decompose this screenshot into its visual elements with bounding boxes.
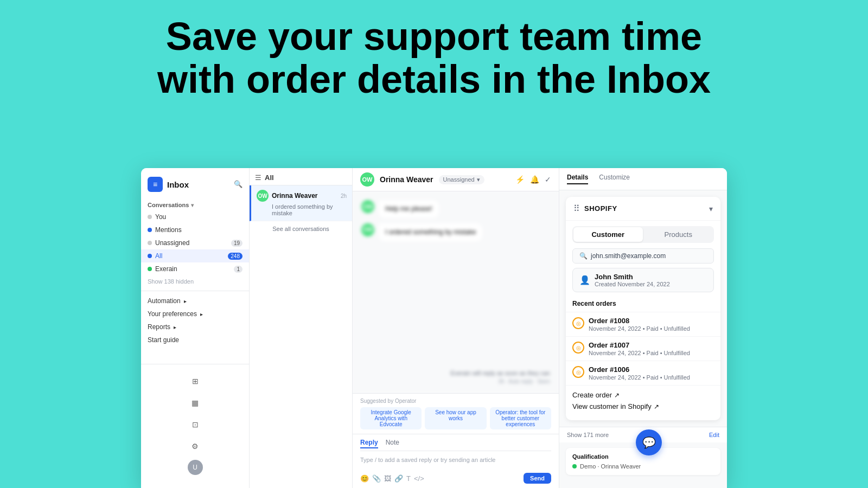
chip-3[interactable]: Operator: the tool for better customer e… <box>490 407 551 429</box>
tab-details[interactable]: Details <box>567 174 588 184</box>
reply-input[interactable]: Type / to add a saved reply or try sendi… <box>360 454 551 470</box>
image-icon[interactable]: 🖼 <box>384 474 391 483</box>
shopify-tab-customer[interactable]: Customer <box>573 227 643 242</box>
chat-main: OW Orinna Weaver Unassigned ▾ ⚡ 🔔 ✓ OW H… <box>353 168 559 488</box>
order-item-1008[interactable]: ◎ Order #1008 November 24, 2022 • Paid •… <box>566 312 720 336</box>
auto-reply-section: Exerain will reply as soon as they can 3… <box>361 348 550 384</box>
customer-created: Created November 24, 2022 <box>595 281 670 287</box>
chevron-down-icon[interactable]: ▾ <box>709 204 713 213</box>
sidebar-item-unassigned[interactable]: Unassigned 19 <box>141 236 249 249</box>
msg-avatar: OW <box>361 200 374 213</box>
conversations-section-label: Conversations ▾ <box>141 196 249 210</box>
external-link-icon: ↗ <box>654 403 659 410</box>
conv-avatar: OW <box>257 190 269 202</box>
chip-1[interactable]: Integrate Google Analytics with Edvocate <box>360 407 422 429</box>
suggested-label: Suggested by Operator <box>360 398 551 404</box>
chat-header-actions: ⚡ 🔔 ✓ <box>515 175 551 184</box>
link-icon[interactable]: 🔗 <box>394 474 403 483</box>
tab-reply[interactable]: Reply <box>360 439 378 448</box>
order-meta: November 24, 2022 • Paid • Unfulfilled <box>589 325 690 332</box>
msg-row-incoming: OW Help me please! <box>361 200 550 218</box>
drag-handle-icon: ⠿ <box>573 203 580 214</box>
chat-body: OW Help me please! OW I ordered somethin… <box>353 191 559 393</box>
unassigned-badge: 19 <box>231 240 242 247</box>
conv-panel-header: ☰ All <box>250 168 352 185</box>
sidebar-item-automation[interactable]: Automation ▸ <box>141 294 249 307</box>
sidebar-item-all[interactable]: All 248 <box>141 249 249 262</box>
sidebar-item-exerain[interactable]: Exerain 1 <box>141 262 249 275</box>
bell-icon[interactable]: 🔔 <box>530 175 539 184</box>
recent-orders-label: Recent orders <box>566 298 720 312</box>
send-button[interactable]: Send <box>524 473 551 484</box>
dot-icon <box>148 267 152 271</box>
show-more-text[interactable]: Show 171 more <box>567 432 609 438</box>
order-details: Order #1006 November 24, 2022 • Paid • U… <box>589 365 690 381</box>
auto-reply-text: Exerain will reply as soon as they can <box>361 370 550 376</box>
order-meta: November 24, 2022 • Paid • Unfulfilled <box>589 350 690 356</box>
shopify-title: SHOPIFY <box>584 204 617 213</box>
dot-icon <box>148 241 152 245</box>
order-status-icon: ◎ <box>572 342 584 354</box>
qualification-item: Demo · Orinna Weaver <box>572 463 714 470</box>
divider <box>141 291 249 291</box>
exerain-badge: 1 <box>234 266 242 273</box>
chip-2[interactable]: See how our app works <box>425 407 486 429</box>
hero-section: Save your support team time with order d… <box>0 0 868 112</box>
check-icon[interactable]: ✓ <box>545 175 551 184</box>
sidebar-item-preferences[interactable]: Your preferences ▸ <box>141 307 249 320</box>
sidebar-item-you[interactable]: You <box>141 210 249 223</box>
format-icon[interactable]: T <box>406 474 411 483</box>
tab-note[interactable]: Note <box>386 439 399 448</box>
hero-line2: with order details in the Inbox <box>157 57 711 101</box>
order-item-1006[interactable]: ◎ Order #1006 November 24, 2022 • Paid •… <box>566 361 720 385</box>
message-bubble-2: I ordered something by mistake <box>379 223 482 241</box>
emoji-icon[interactable]: 😊 <box>360 474 369 483</box>
dashboard-icon[interactable]: ⊞ <box>187 373 203 389</box>
tab-customize[interactable]: Customize <box>599 174 630 184</box>
chat-float-button[interactable]: 💬 <box>636 429 662 455</box>
code-icon[interactable]: </> <box>414 474 424 483</box>
shopify-tab-products[interactable]: Products <box>644 227 713 242</box>
customer-info: John Smith Created November 24, 2022 <box>595 273 670 287</box>
show-hidden[interactable]: Show 138 hidden <box>141 275 249 287</box>
settings-icon[interactable]: ⚙ <box>187 438 203 454</box>
order-details: Order #1008 November 24, 2022 • Paid • U… <box>589 317 690 332</box>
app-screenshot: ≡ Inbox 🔍 Conversations ▾ You Mentions U… <box>141 168 727 488</box>
sidebar-item-start-guide[interactable]: Start guide <box>141 333 249 346</box>
order-number: Order #1007 <box>589 341 690 349</box>
all-badge: 248 <box>228 253 242 260</box>
chart-icon[interactable]: ▦ <box>187 395 203 411</box>
order-number: Order #1008 <box>589 317 690 325</box>
sidebar-bottom: ⊞ ▦ ⊡ ⚙ U <box>141 364 249 488</box>
tag-icon[interactable]: ⊡ <box>187 416 203 433</box>
search-icon[interactable]: 🔍 <box>234 180 242 189</box>
sidebar-item-mentions[interactable]: Mentions <box>141 223 249 236</box>
status-badge: Unassigned ▾ <box>439 175 484 184</box>
conversation-item[interactable]: OW Orinna Weaver 2h I ordered something … <box>250 185 352 221</box>
reply-tabs: Reply Note <box>360 439 551 451</box>
reply-actions: 😊 📎 🖼 🔗 T </> Send <box>360 473 551 484</box>
chat-header: OW Orinna Weaver Unassigned ▾ ⚡ 🔔 ✓ <box>353 168 559 191</box>
attach-icon[interactable]: 📎 <box>372 474 381 483</box>
order-details: Order #1007 November 24, 2022 • Paid • U… <box>589 341 690 356</box>
sidebar-item-reports[interactable]: Reports ▸ <box>141 320 249 333</box>
customer-name: John Smith <box>595 273 670 281</box>
customer-result[interactable]: 👤 John Smith Created November 24, 2022 <box>572 268 714 292</box>
see-all-conversations[interactable]: See all conversations <box>250 221 352 236</box>
edit-link[interactable]: Edit <box>709 432 719 438</box>
dot-icon <box>148 228 152 232</box>
create-order-link[interactable]: Create order ↗ <box>572 391 714 399</box>
msg-avatar-2: OW <box>361 223 374 236</box>
bolt-icon[interactable]: ⚡ <box>515 175 525 184</box>
details-panel-header: Details Customize <box>559 168 727 190</box>
shopify-links: Create order ↗ View customer in Shopify … <box>566 385 720 420</box>
sidebar-header: ≡ Inbox 🔍 <box>141 172 249 196</box>
avatar[interactable]: U <box>188 460 203 475</box>
shopify-search[interactable]: 🔍 john.smith@example.com <box>572 248 714 264</box>
auto-reply-sub: 3h · Auto reply · Seen <box>361 378 550 384</box>
hero-line1: Save your support team time <box>166 15 702 58</box>
order-item-1007[interactable]: ◎ Order #1007 November 24, 2022 • Paid •… <box>566 336 720 361</box>
external-link-icon: ↗ <box>614 391 620 399</box>
qualification-value: Demo · Orinna Weaver <box>580 463 641 470</box>
view-customer-link[interactable]: View customer in Shopify ↗ <box>572 402 714 410</box>
